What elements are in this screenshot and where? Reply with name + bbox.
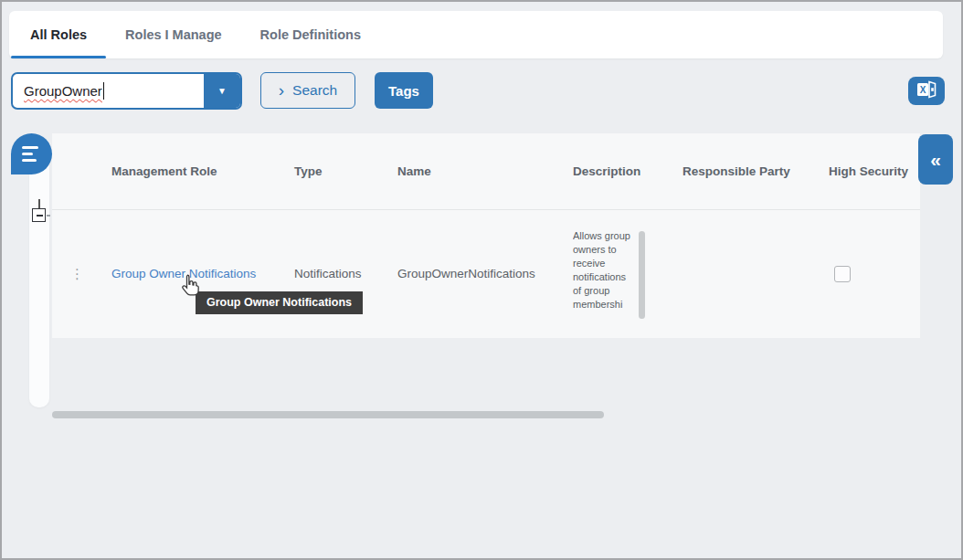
- tree-branch-dash: [47, 215, 50, 217]
- svg-text:X: X: [920, 85, 926, 95]
- high-security-cell: [820, 210, 920, 337]
- header-responsible-party: Responsible Party: [673, 133, 820, 209]
- high-security-checkbox[interactable]: [834, 266, 851, 282]
- chevron-right-icon: ›: [279, 81, 284, 99]
- chevron-down-icon: ▼: [217, 86, 227, 96]
- link-tooltip: Group Owner Notifications: [196, 291, 363, 314]
- tab-bar: All Roles Roles I Manage Role Definition…: [9, 11, 943, 58]
- tree-connector-line: [38, 199, 40, 208]
- tags-button-label: Tags: [388, 83, 419, 99]
- double-chevron-left-icon: «: [930, 149, 941, 171]
- filter-menu-button[interactable]: [11, 133, 52, 174]
- type-cell: Notifications: [285, 210, 388, 337]
- search-button-label: Search: [292, 82, 337, 99]
- excel-icon: X: [916, 80, 937, 101]
- tab-roles-i-manage[interactable]: Roles I Manage: [106, 11, 241, 58]
- tree-collapse-icon: [32, 208, 46, 222]
- header-high-security: High Security: [820, 133, 920, 209]
- management-role-cell: Group Owner Notifications: [107, 210, 285, 337]
- tab-all-roles[interactable]: All Roles: [11, 11, 106, 58]
- description-cell: Allows group owners to receive notificat…: [564, 210, 673, 337]
- collapsed-tree-panel: [29, 159, 49, 407]
- header-type: Type: [285, 133, 388, 209]
- tab-role-definitions-label: Role Definitions: [260, 27, 361, 42]
- roles-table: Management Role Type Name Description Re…: [52, 133, 920, 338]
- horizontal-scrollbar[interactable]: [52, 411, 604, 418]
- row-actions-cell: ⋮: [52, 210, 107, 337]
- header-actions-spacer: [52, 133, 107, 209]
- tab-all-roles-label: All Roles: [30, 27, 87, 42]
- name-cell: GroupOwnerNotifications: [388, 210, 564, 337]
- header-management-role: Management Role: [107, 133, 285, 209]
- table-row: ⋮ Group Owner Notifications Notification…: [52, 210, 920, 337]
- description-scrollbar[interactable]: [639, 231, 645, 319]
- tags-button[interactable]: Tags: [375, 72, 433, 109]
- tree-collapse-node[interactable]: [31, 199, 53, 228]
- search-button[interactable]: › Search: [260, 72, 355, 109]
- tab-role-definitions[interactable]: Role Definitions: [241, 11, 380, 58]
- search-input-value: GroupOwner: [24, 83, 102, 99]
- table-header-row: Management Role Type Name Description Re…: [52, 133, 920, 210]
- text-caret: [103, 82, 105, 100]
- description-text: Allows group owners to receive notificat…: [573, 229, 631, 322]
- search-dropdown-button[interactable]: ▼: [204, 74, 240, 108]
- header-name: Name: [388, 133, 564, 209]
- app-window: All Roles Roles I Manage Role Definition…: [0, 0, 963, 560]
- collapse-panel-button[interactable]: «: [918, 134, 953, 185]
- role-search-combobox: GroupOwner ▼: [11, 72, 242, 110]
- export-excel-button[interactable]: X: [908, 77, 945, 105]
- tab-roles-i-manage-label: Roles I Manage: [125, 27, 222, 42]
- role-link[interactable]: Group Owner Notifications: [111, 267, 256, 280]
- search-input[interactable]: GroupOwner: [13, 74, 204, 108]
- responsible-party-cell: [673, 210, 820, 337]
- header-description: Description: [564, 133, 673, 209]
- kebab-menu-icon[interactable]: ⋮: [70, 267, 84, 280]
